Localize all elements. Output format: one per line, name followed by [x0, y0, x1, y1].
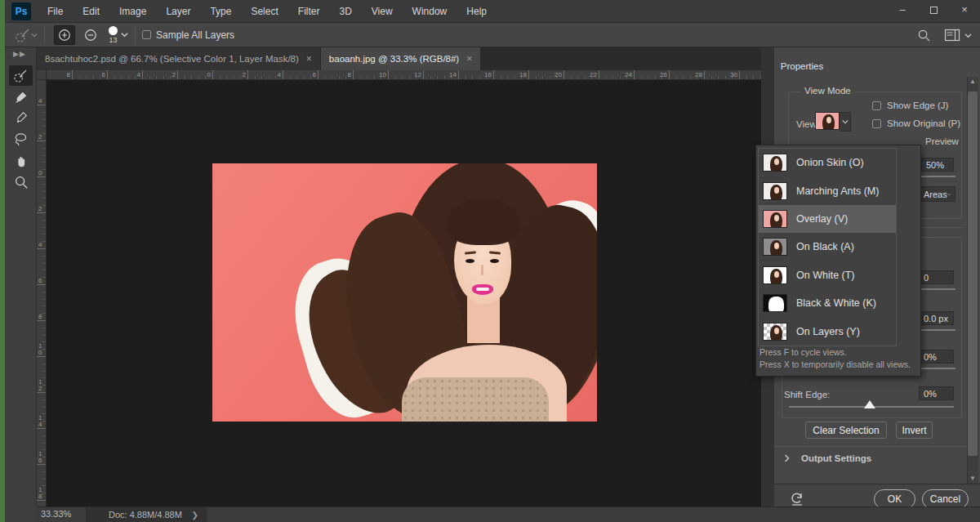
popup-hint: Press X to temporarily disable all views… — [760, 359, 911, 369]
chevron-right-icon[interactable]: ❯ — [192, 511, 198, 520]
subtract-from-selection-button[interactable] — [80, 25, 101, 45]
scroll-up-icon[interactable]: ▲ — [967, 78, 978, 85]
tab-properties[interactable]: Properties — [776, 55, 828, 77]
minimize-button[interactable]: – — [887, 0, 918, 21]
view-option-onion-skin-o[interactable]: Onion Skin (O) — [759, 149, 896, 176]
brush-preview: 13 — [109, 26, 118, 44]
reset-button[interactable] — [789, 490, 805, 506]
hair-fringe — [446, 199, 521, 245]
ruler-tick-label: 24 — [625, 71, 634, 78]
feather-input[interactable]: 0.0 px — [919, 311, 954, 325]
menu-type[interactable]: Type — [200, 0, 241, 23]
view-option-label: Marching Ants (M) — [796, 185, 879, 197]
document-info-box[interactable]: Doc: 4.88M/4.88M ❯ — [86, 507, 207, 522]
nose — [481, 265, 483, 275]
tab-close-icon[interactable]: × — [306, 53, 312, 65]
eye — [466, 259, 474, 263]
shift-edge-input[interactable]: 0% — [919, 386, 954, 400]
refine-edge-brush-tool[interactable] — [9, 87, 33, 107]
indicates-dropdown[interactable]: Areas — [919, 186, 956, 202]
chevron-down-icon — [947, 192, 951, 197]
close-button[interactable]: × — [949, 0, 980, 21]
workspace-switcher-icon[interactable] — [944, 29, 960, 42]
contrast-slider[interactable] — [919, 368, 956, 369]
show-edge-checkbox[interactable] — [872, 101, 881, 110]
view-option-overlay-v[interactable]: Overlay (V) — [759, 205, 896, 233]
indicates-value: Areas — [924, 190, 947, 199]
hand-tool[interactable] — [9, 150, 33, 171]
menu-image[interactable]: Image — [109, 0, 156, 23]
invert-button[interactable]: Invert — [896, 422, 933, 439]
brush-size-picker[interactable]: 13 — [109, 26, 128, 44]
ruler-tick-label: 4 — [278, 71, 283, 78]
view-mode-options-list: Onion Skin (O)Marching Ants (M)Overlay (… — [758, 148, 897, 346]
view-option-on-black-a[interactable]: On Black (A) — [759, 233, 896, 261]
document-tab-0[interactable]: 8sachtuhoc2.psd @ 66.7% (Selective Color… — [37, 47, 321, 70]
ruler-tick-label: 1 2 — [38, 379, 42, 392]
view-option-label: On Layers (Y) — [796, 326, 860, 337]
view-option-marching-ants-m[interactable]: Marching Ants (M) — [759, 176, 896, 204]
window-controls: – × — [887, 0, 980, 23]
crochet-top — [402, 377, 549, 422]
collapse-panel-icon[interactable]: ▶▶ — [13, 50, 26, 58]
ruler-tick-label: 1 0 — [38, 343, 42, 356]
horizontal-ruler: 8642024681012141618202224262830 — [47, 70, 761, 80]
view-option-on-white-t[interactable]: On White (T) — [759, 261, 896, 289]
transparency-input[interactable]: 50% — [921, 158, 954, 172]
shift-edge-label: Shift Edge: — [784, 390, 830, 399]
transparency-slider[interactable] — [921, 176, 956, 177]
view-option-black-white-k[interactable]: Black & White (K) — [759, 289, 896, 317]
document-tab-1[interactable]: baoanh.jpg @ 33.3% (RGB/8#)× — [321, 47, 480, 70]
brush-preset-icon — [15, 27, 31, 43]
scrollbar-thumb[interactable] — [968, 91, 978, 456]
show-original-checkbox[interactable] — [872, 119, 881, 128]
output-settings-header[interactable]: Output Settings — [784, 453, 871, 463]
menu-list: FileEditImageLayerTypeSelectFilter3DView… — [38, 0, 497, 23]
ruler-tick-label: 2 — [172, 71, 177, 78]
ruler-tick-label: 6 — [313, 71, 318, 78]
tool-preset-button[interactable] — [15, 27, 38, 43]
show-edge-label: Show Edge (J) — [887, 100, 948, 110]
menu-select[interactable]: Select — [241, 0, 287, 23]
search-icon[interactable] — [917, 29, 931, 42]
smooth-input[interactable]: 0 — [919, 270, 954, 284]
chevron-down-icon[interactable] — [964, 33, 972, 38]
menu-edit[interactable]: Edit — [73, 0, 109, 23]
preview-label: Preview — [925, 136, 959, 146]
zoom-tool[interactable] — [9, 172, 33, 192]
separator — [135, 26, 136, 44]
contrast-input[interactable]: 0% — [919, 350, 954, 364]
lasso-tool[interactable] — [9, 129, 33, 149]
feather-slider[interactable] — [919, 329, 956, 331]
add-to-selection-button[interactable] — [54, 25, 75, 45]
menu-layer[interactable]: Layer — [156, 0, 200, 23]
zoom-level-field[interactable]: 33.33% — [41, 509, 71, 519]
scroll-down-icon[interactable]: ▼ — [967, 475, 978, 482]
desktop: Ps FileEditImageLayerTypeSelectFilter3DV… — [0, 0, 980, 522]
brush-tool[interactable] — [9, 108, 33, 128]
menu-view[interactable]: View — [362, 0, 403, 23]
menu-window[interactable]: Window — [403, 0, 457, 23]
menu-file[interactable]: File — [38, 0, 73, 23]
view-option-thumbnail — [763, 323, 787, 341]
sample-all-layers-checkbox[interactable] — [142, 30, 151, 39]
photo-document[interactable] — [212, 163, 597, 422]
clear-selection-button[interactable]: Clear Selection — [805, 422, 887, 439]
smooth-slider[interactable] — [919, 288, 956, 290]
brush-size-value: 13 — [109, 36, 117, 44]
view-mode-dropdown-button[interactable] — [815, 112, 851, 132]
view-option-on-layers-y[interactable]: On Layers (Y) — [759, 317, 896, 345]
ruler-tick-label: 8 — [348, 71, 353, 78]
maximize-button[interactable] — [918, 0, 949, 21]
menu-3d[interactable]: 3D — [329, 0, 361, 23]
options-bar: 13 Sample All Layers — [5, 23, 980, 47]
document-tab-label: 8sachtuhoc2.psd @ 66.7% (Selective Color… — [45, 54, 299, 64]
chevron-down-icon — [840, 112, 851, 132]
quick-selection-tool[interactable] — [9, 65, 33, 86]
ruler-tick-label: 1 4 — [38, 415, 42, 428]
menu-help[interactable]: Help — [457, 0, 497, 23]
ruler-tick-label: 10 — [379, 71, 388, 78]
menu-filter[interactable]: Filter — [288, 0, 330, 23]
shift-edge-slider-thumb[interactable] — [864, 400, 875, 408]
tab-close-icon[interactable]: × — [466, 53, 472, 65]
